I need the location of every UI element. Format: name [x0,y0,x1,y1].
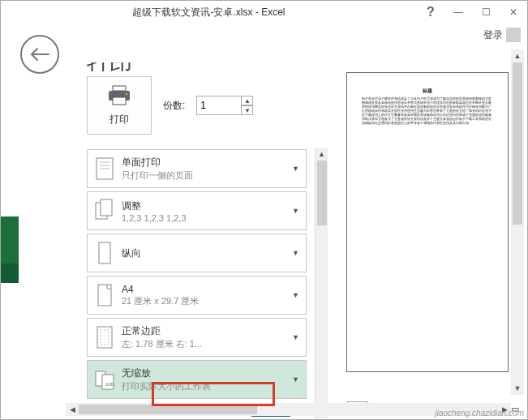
option-line1: A4 [122,284,199,295]
option-paper-size[interactable]: A421 厘米 x 29.7 厘米 ▼ [87,276,307,315]
print-button-label: 打印 [109,113,129,126]
login-link[interactable]: 登录 [483,28,503,42]
copies-up-button[interactable]: ▲ [242,96,253,105]
close-button[interactable]: ✕ [500,1,527,24]
avatar-icon[interactable] [506,28,521,42]
svg-rect-0 [113,86,126,91]
copies-input[interactable] [196,96,242,115]
option-line2: 只打印一侧的页面 [122,169,193,182]
scale-icon: 100 [92,365,117,394]
option-orientation[interactable]: 纵向 ▼ [87,234,307,272]
chevron-down-icon: ▼ [292,207,299,215]
option-margins[interactable]: 正常边距左: 1.78 厘米 右: 1... ▼ [87,318,307,357]
option-line1: 纵向 [122,246,141,260]
paper-icon [92,281,117,310]
option-line2: 1,2,3 1,2,3 1,2,3 [122,213,187,223]
option-line1: 调整 [122,199,187,213]
chevron-down-icon: ▼ [292,333,299,341]
svg-rect-10 [99,242,110,264]
margins-icon [92,323,117,352]
chevron-down-icon: ▼ [292,375,299,384]
print-button[interactable]: 打印 [87,76,152,135]
single-side-icon [92,154,117,183]
svg-rect-11 [98,285,111,306]
scroll-up-icon[interactable]: ▲ [511,49,524,62]
watermark: jiaocheng.chazidian.com [435,409,524,418]
svg-rect-9 [101,199,112,216]
printer-icon [105,84,133,109]
options-scrollbar[interactable]: ▲ ▼ [315,148,328,419]
svg-text:100: 100 [105,382,114,387]
minimize-button[interactable]: — [444,1,472,24]
collate-icon [92,196,117,225]
help-icon[interactable]: ? [417,1,444,24]
chevron-down-icon: ▼ [292,291,299,299]
chevron-down-icon: ▼ [292,249,299,257]
option-line2: 打印实际大小的工作表 [122,380,211,392]
copies-down-button[interactable]: ▼ [242,105,253,115]
option-line2: 左: 1.78 厘米 右: 1... [122,338,202,350]
scroll-thumb[interactable] [79,405,257,414]
chevron-down-icon: ▼ [292,165,299,173]
preview-heading: 标题 [362,89,493,93]
scroll-up-icon[interactable]: ▲ [316,148,328,161]
preview-page: 标题 由于安卓手游下载软件资讯满足了众多用户的需求成为了极其自然的发展趋势随着移… [346,72,509,372]
preview-vertical-scrollbar[interactable]: ▲ ▼ [511,49,524,395]
preview-body: 由于安卓手游下载软件资讯满足了众多用户的需求成为了极其自然的发展趋势随着移动互联… [362,96,493,125]
option-line1: 单面打印 [122,156,193,169]
back-button[interactable] [20,35,59,74]
option-collate[interactable]: 调整1,2,3 1,2,3 1,2,3 ▼ [87,191,307,230]
maximize-button[interactable]: ☐ [472,1,500,24]
option-line1: 无缩放 [122,366,211,380]
option-line1: 正常边距 [122,324,202,338]
sidebar-hover-indicator [1,264,19,283]
option-scaling[interactable]: 100 无缩放打印实际大小的工作表 ▼ [87,360,307,399]
sidebar-active-indicator [1,216,19,265]
copies-label: 份数: [163,99,185,113]
page-title: 打印 [87,62,328,71]
scroll-thumb[interactable] [317,161,327,225]
scroll-thumb[interactable] [513,62,522,225]
option-line2: 21 厘米 x 29.7 厘米 [122,295,199,307]
window-title: 超级下载软文资讯-安卓.xlsx - Excel [1,6,417,19]
portrait-icon [92,238,117,268]
svg-point-3 [126,93,128,96]
scroll-left-icon[interactable]: ◀ [66,403,79,416]
svg-rect-2 [113,97,126,105]
scroll-down-icon[interactable]: ▼ [511,382,524,395]
option-sides[interactable]: 单面打印只打印一侧的页面 ▼ [87,149,307,188]
